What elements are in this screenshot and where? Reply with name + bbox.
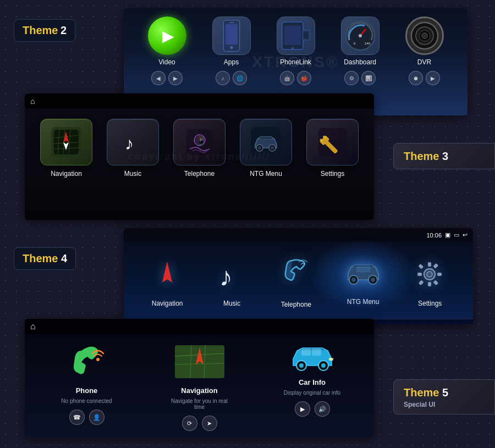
home-button[interactable]: ⌂ [30, 97, 35, 106]
svg-point-36 [258, 146, 261, 150]
ntg-icon [240, 119, 292, 165]
theme4-label: Theme 4 [14, 247, 76, 270]
t4-car-svg [345, 261, 381, 288]
t4-tel-icon [281, 258, 311, 296]
t4-gear-svg [415, 259, 445, 290]
globe-btn[interactable]: 🌐 [233, 71, 247, 85]
back-icon[interactable]: ↩ [463, 231, 468, 239]
svg-rect-58 [433, 280, 439, 285]
theme5-icons: Phone No phone connected ☎ 👤 [25, 334, 374, 434]
theme2-label: Theme 2 [14, 19, 75, 42]
status-time: 10:06 [426, 232, 442, 239]
video-icon: ▶ [148, 16, 186, 55]
dash-btn1[interactable]: ⚙ [344, 71, 359, 85]
rec-btn[interactable]: ⏺ [409, 71, 423, 85]
telephone-icon: 📱 [173, 119, 226, 165]
svg-rect-8 [304, 32, 309, 38]
svg-rect-69 [301, 349, 311, 356]
svg-text:♪: ♪ [219, 262, 233, 290]
carinfo-btn2[interactable]: 🔊 [315, 401, 330, 417]
svg-point-11 [359, 34, 362, 37]
carinfo-btn1[interactable]: ▶ [295, 401, 310, 417]
home-btn[interactable]: ⌂ [30, 322, 36, 331]
theme5-carinfo-item[interactable]: Car Info Display original car info ▶ 🔊 [279, 342, 345, 417]
theme3-icons-row: Navigation ♪ Music 📱 [25, 109, 374, 182]
phone-btn2[interactable]: 👤 [89, 410, 105, 425]
dash-btn2[interactable]: 📊 [361, 71, 376, 85]
theme4-ntg-item[interactable]: NTG Menu [345, 261, 381, 306]
t4-telephone-label: Telephone [281, 301, 311, 308]
theme2-dashboard-item[interactable]: 0 140 Dashboard [341, 16, 380, 66]
nav-btn1[interactable]: ⟳ [182, 416, 197, 431]
theme4-nav-item[interactable]: Navigation [152, 259, 183, 307]
svg-rect-50 [356, 266, 370, 272]
svg-rect-1 [225, 24, 237, 45]
svg-text:140: 140 [365, 42, 371, 45]
dashboard-label: Dashboard [344, 58, 376, 66]
theme3-ntg-item[interactable]: NTG Menu [240, 119, 292, 178]
music-svg: ♪ [119, 129, 147, 156]
t5-nav-icon [175, 342, 224, 383]
apple-btn[interactable]: 🍎 [297, 71, 311, 85]
nav-sub-buttons: ⟳ ➤ [182, 416, 217, 431]
t4-ntg-label: NTG Menu [347, 298, 380, 306]
dvr-icon [405, 16, 444, 55]
carinfo-svg [290, 342, 334, 373]
svg-rect-55 [437, 273, 442, 276]
theme5-nav-item[interactable]: Navigation Navigate for you in real time… [167, 342, 233, 431]
car-svg [251, 127, 281, 157]
svg-point-37 [271, 146, 274, 150]
next-btn[interactable]: ▶ [168, 71, 183, 85]
theme2-apps-item[interactable]: Apps [212, 16, 251, 66]
svg-point-73 [299, 363, 304, 368]
svg-point-2 [230, 46, 233, 49]
theme2-phonelink-item[interactable]: PhoneLink [277, 16, 315, 66]
music-label: Music [124, 170, 141, 178]
theme5-phone-item[interactable]: Phone No phone connected ☎ 👤 [54, 342, 120, 425]
dvr-label: DVR [417, 58, 431, 66]
prev-btn[interactable]: ◀ [151, 71, 166, 85]
t5-nav-sub: Navigate for you in real time [167, 398, 233, 410]
phone-wifi-svg [68, 342, 106, 381]
theme4-settings-item[interactable]: Settings [415, 259, 445, 307]
theme3-music-item[interactable]: ♪ Music [107, 119, 159, 178]
svg-point-74 [321, 363, 326, 368]
t4-music-label: Music [223, 300, 240, 307]
theme3-label: Theme 3 [393, 143, 495, 169]
theme2-text: Theme [23, 24, 58, 36]
theme4-telephone-item[interactable]: Telephone [281, 258, 311, 308]
settings-label: Settings [321, 170, 344, 178]
t5-phone-label: Phone [76, 386, 98, 395]
theme4-statusbar: 10:06 ▣ ▭ ↩ [124, 228, 473, 242]
settings-svg [318, 128, 347, 157]
settings-icon [306, 119, 359, 165]
phone-btn1[interactable]: ☎ [69, 410, 85, 425]
phonelink-label: PhoneLink [280, 58, 311, 66]
theme2-dvr-item[interactable]: DVR [405, 16, 444, 66]
theme2-sub-icons: ◀ ▶ ♪ 🌐 🤖 🍎 ⚙ 📊 ⏺ ▶ [124, 69, 468, 90]
theme3-panel: copyright by xtrons/////// ⌂ [25, 93, 374, 220]
t5-carinfo-label: Car Info [299, 378, 326, 386]
theme3-nav-item[interactable]: Navigation [40, 119, 92, 178]
android-btn[interactable]: 🤖 [280, 71, 294, 85]
telephone-label: Telephone [184, 170, 215, 178]
nav-btn2[interactable]: ➤ [202, 416, 217, 431]
theme4-music-item[interactable]: ♪ Music [217, 259, 247, 307]
t4-nav-icon [152, 259, 183, 295]
music-btn[interactable]: ♪ [216, 71, 230, 85]
music-icon: ♪ [107, 119, 159, 165]
theme3-telephone-item[interactable]: 📱 Telephone [173, 119, 226, 178]
theme3-settings-item[interactable]: Settings [306, 119, 359, 178]
theme2-video-item[interactable]: ▶ Video [148, 16, 186, 66]
theme5-panel: ⌂ Phone No phone connected ☎ 👤 [25, 319, 374, 437]
phone-svg [218, 19, 245, 52]
status-icon2: ▭ [454, 231, 459, 239]
dvr-controls: ⏺ ▶ [409, 71, 440, 85]
theme3-topbar: ⌂ [25, 93, 374, 109]
svg-rect-3 [229, 22, 234, 23]
ntg-label: NTG Menu [250, 170, 282, 178]
theme-settings-label: ▼ Theme Settings [174, 436, 224, 437]
t5-nav-label: Navigation [181, 386, 217, 395]
video-label: Video [158, 58, 175, 66]
play-btn[interactable]: ▶ [426, 71, 440, 85]
